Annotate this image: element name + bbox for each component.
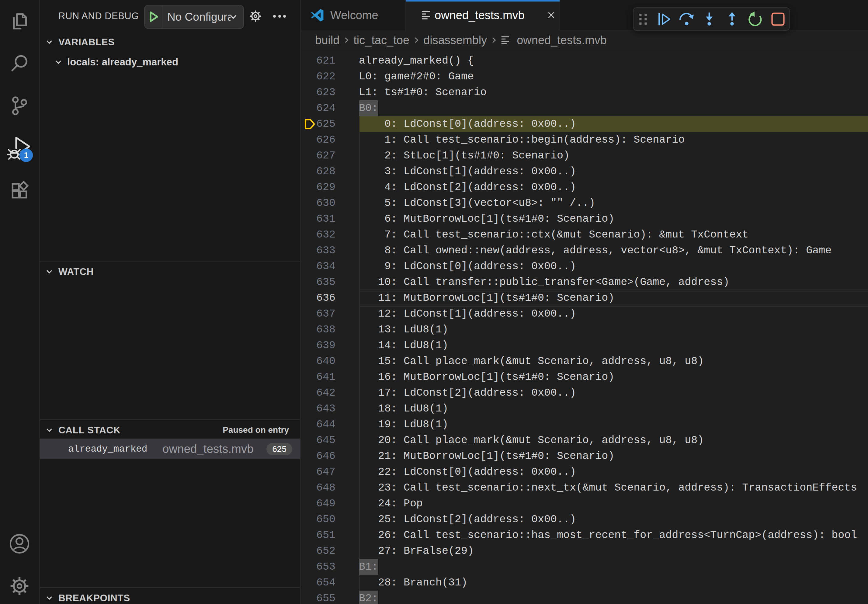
svg-text:1: 1 (24, 151, 28, 160)
